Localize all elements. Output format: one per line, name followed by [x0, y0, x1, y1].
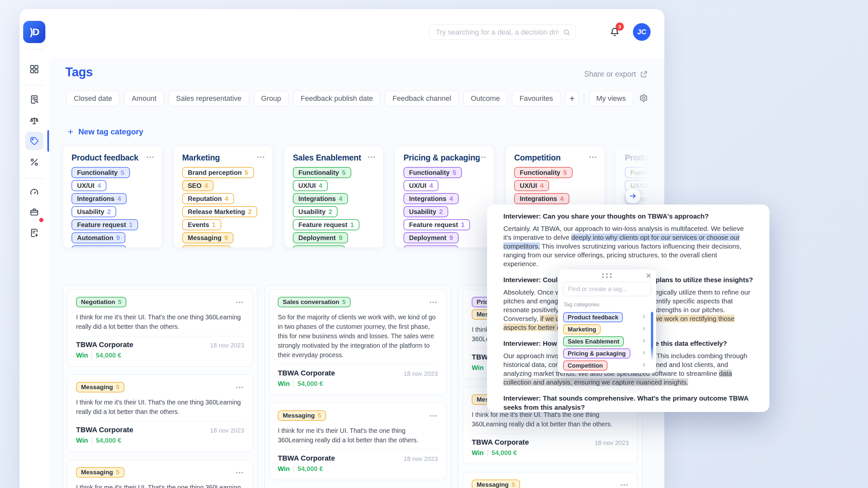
- filter-chip[interactable]: Outcome: [463, 91, 507, 106]
- tag-pill[interactable]: Events1: [182, 219, 221, 230]
- tag-pill[interactable]: Functionality5: [625, 167, 664, 178]
- sidebar-item-percent[interactable]: [25, 153, 43, 171]
- my-views-button[interactable]: My views: [589, 91, 633, 106]
- tag-pill[interactable]: Sales conversation5: [278, 297, 350, 307]
- tag-search-input[interactable]: [563, 282, 651, 296]
- sidebar-item-scale[interactable]: [25, 111, 43, 130]
- more-menu-icon[interactable]: •••: [368, 154, 376, 160]
- feedback-card[interactable]: Sales conversation5•••So for the majorit…: [269, 289, 446, 395]
- tag-pill[interactable]: Messaging5: [76, 467, 124, 478]
- tag-pill[interactable]: Automation9: [71, 232, 125, 243]
- tag-pill[interactable]: Integrations4: [403, 193, 459, 204]
- tag-row: Usability2: [71, 206, 153, 217]
- tag-picker-row[interactable]: Sales Enablement: [563, 335, 646, 348]
- scrollbar[interactable]: [651, 312, 653, 361]
- filter-chip[interactable]: Feedback publish date: [293, 91, 380, 106]
- tag-pill[interactable]: UX/UI4: [514, 180, 549, 191]
- tag-label: Marketing: [568, 326, 596, 333]
- new-tag-category-button[interactable]: New tag category: [67, 127, 143, 136]
- add-filter-button[interactable]: +: [565, 91, 579, 106]
- tag-pill[interactable]: Feature request1: [403, 219, 470, 230]
- avatar[interactable]: JC: [633, 23, 651, 41]
- feedback-card[interactable]: Messaging5•••I think for me it's their U…: [269, 403, 446, 480]
- tag-pill[interactable]: Messaging5: [472, 480, 520, 488]
- search-input[interactable]: [429, 25, 576, 40]
- tag-picker-row[interactable]: Product feedback: [563, 311, 646, 323]
- feedback-card[interactable]: Negotiation5•••I think for me it's their…: [67, 289, 253, 367]
- tag-pill[interactable]: Deployment9: [293, 232, 348, 243]
- tag-pill[interactable]: Feature request1: [293, 219, 360, 230]
- more-menu-icon[interactable]: •••: [589, 154, 597, 160]
- picker-category-pill[interactable]: Competition: [563, 360, 608, 370]
- feedback-card[interactable]: Messaging5•••I think for me it's their U…: [67, 460, 253, 488]
- filter-chip[interactable]: Group: [254, 91, 288, 106]
- tag-pill[interactable]: Functionality5: [514, 167, 572, 178]
- tag-pill[interactable]: Usability2: [71, 206, 116, 217]
- tag-pill[interactable]: Integrations4: [293, 193, 348, 204]
- tag-picker-row[interactable]: Pricing & packaging: [563, 348, 646, 359]
- tag-picker-row[interactable]: Marketing: [563, 323, 646, 335]
- sidebar-item-gauge[interactable]: [25, 183, 43, 202]
- filter-chip[interactable]: Feedback channel: [385, 91, 459, 106]
- tag-pill-partial[interactable]: [403, 245, 458, 248]
- close-icon[interactable]: [645, 272, 652, 279]
- tag-pill[interactable]: Messaging9: [182, 232, 234, 243]
- tag-pill[interactable]: Functionality5: [403, 167, 462, 178]
- more-menu-icon[interactable]: •••: [478, 154, 487, 160]
- feedback-date: 18 nov 2023: [403, 370, 438, 388]
- picker-category-pill[interactable]: Product feedback: [563, 312, 623, 322]
- picker-category-pill[interactable]: Marketing: [563, 324, 601, 334]
- sidebar-item-doc-plus[interactable]: [25, 224, 43, 242]
- more-menu-icon[interactable]: •••: [236, 470, 244, 475]
- tag-picker-popup: Tag categories Product feedbackMarketing…: [558, 269, 656, 373]
- tag-pill[interactable]: Integrations4: [514, 193, 569, 204]
- app-logo[interactable]: )D: [23, 21, 45, 43]
- tag-pill[interactable]: Feature request1: [71, 219, 138, 230]
- filter-chip[interactable]: Sales representative: [168, 91, 249, 106]
- tag-pill[interactable]: Usability2: [403, 206, 448, 217]
- more-menu-icon[interactable]: •••: [236, 385, 244, 390]
- tag-pill[interactable]: Functionality5: [71, 167, 130, 178]
- settings-gear-icon[interactable]: [638, 94, 648, 104]
- filter-chip[interactable]: Amount: [124, 91, 164, 106]
- picker-category-pill[interactable]: Pricing & packaging: [563, 348, 630, 358]
- tag-pill-partial[interactable]: [293, 245, 345, 248]
- drag-handle-icon[interactable]: [602, 273, 612, 278]
- tag-pill[interactable]: Reputation4: [182, 193, 234, 204]
- tag-pill[interactable]: Functionality5: [293, 167, 351, 178]
- scroll-next-button[interactable]: [625, 189, 641, 203]
- picker-category-pill[interactable]: Sales Enablement: [563, 336, 624, 347]
- tag-label: Pricing & packaging: [568, 350, 626, 357]
- feedback-card[interactable]: Messaging5•••I think for me it's their U…: [67, 375, 253, 452]
- more-menu-icon[interactable]: •••: [430, 413, 438, 419]
- filter-chip[interactable]: Closed date: [66, 91, 120, 106]
- more-menu-icon[interactable]: •••: [621, 482, 629, 488]
- sidebar-item-doc-search[interactable]: [25, 90, 43, 109]
- feedback-card[interactable]: Messaging5•••I think for me it's their U…: [463, 472, 638, 488]
- sidebar-item-grid[interactable]: [25, 60, 43, 78]
- tag-count: 1: [461, 221, 465, 229]
- more-menu-icon[interactable]: •••: [430, 299, 438, 305]
- sidebar-item-tag[interactable]: [25, 132, 43, 150]
- tag-pill[interactable]: UX/UI4: [71, 180, 106, 191]
- filter-chip[interactable]: Favourites: [512, 91, 560, 106]
- tag-pill-partial[interactable]: [71, 245, 126, 248]
- share-or-export-button[interactable]: Share or export: [584, 70, 648, 78]
- tag-pill[interactable]: UX/UI4: [293, 180, 328, 191]
- more-menu-icon[interactable]: •••: [147, 154, 155, 160]
- tag-pill[interactable]: Messaging5: [278, 410, 326, 421]
- tag-pill-partial[interactable]: [182, 245, 231, 248]
- tag-pill[interactable]: UX/UI4: [403, 180, 438, 191]
- tag-picker-row[interactable]: Competition: [563, 359, 646, 371]
- tag-pill[interactable]: Deployment9: [403, 232, 459, 243]
- more-menu-icon[interactable]: •••: [257, 154, 266, 160]
- tag-pill[interactable]: Usability2: [293, 206, 338, 217]
- more-menu-icon[interactable]: •••: [236, 299, 244, 305]
- tag-pill[interactable]: Messaging5: [76, 382, 124, 392]
- tag-pill[interactable]: SEO4: [182, 180, 214, 191]
- tag-count: 2: [329, 208, 332, 216]
- tag-pill[interactable]: Brand perception5: [182, 167, 254, 178]
- tag-pill[interactable]: Release Marketing2: [182, 206, 257, 217]
- tag-pill[interactable]: Integrations4: [71, 193, 127, 204]
- tag-pill[interactable]: Negotiation5: [76, 297, 126, 307]
